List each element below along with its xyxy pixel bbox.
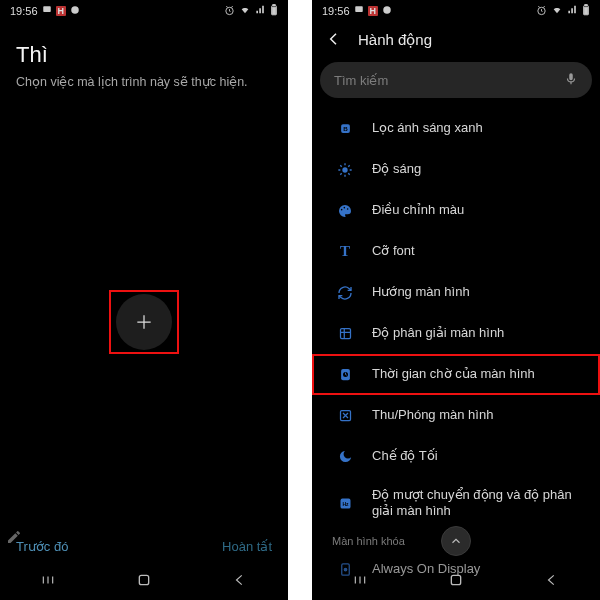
phone-right: 19:56 H Hành [312,0,600,600]
status-time: 19:56 [322,5,350,17]
hz-icon: Hz [334,496,356,511]
list-item-label: Độ sáng [372,161,586,177]
svg-point-15 [342,167,347,172]
brightness-icon [334,162,356,178]
svg-point-16 [341,208,343,210]
wifi-icon [551,5,563,17]
nav-bar [312,560,600,600]
nav-bar [0,560,288,600]
action-resolution[interactable]: Độ phân giải màn hình [312,313,600,354]
notif-badge: H [56,6,67,16]
action-color-adjust[interactable]: Điều chỉnh màu [312,190,600,231]
action-zoom[interactable]: Thu/Phóng màn hình [312,395,600,436]
list-item-label: Độ mượt chuyển động và độ phân giải màn … [372,487,586,520]
action-brightness[interactable]: Độ sáng [312,149,600,190]
svg-rect-19 [340,329,350,339]
moon-icon [334,449,356,464]
nav-recents[interactable] [28,573,68,587]
zoom-icon [334,408,356,423]
add-button-highlight [109,290,179,354]
search-input[interactable]: Tìm kiếm [320,62,592,98]
done-button[interactable]: Hoàn tất [222,539,272,554]
palette-icon [334,203,356,219]
list-item-label: Chế độ Tối [372,448,586,464]
list-item-label: Thời gian chờ của màn hình [372,366,586,382]
svg-point-1 [71,6,79,14]
battery-icon [270,4,278,18]
svg-rect-4 [273,5,275,6]
header: Hành động [312,22,600,58]
svg-rect-12 [584,8,588,15]
svg-rect-0 [43,6,51,12]
svg-rect-6 [139,575,148,584]
action-list: B Lọc ánh sáng xanh Độ sáng Điều chỉnh m… [312,108,600,590]
resolution-icon [334,326,356,341]
svg-point-18 [347,208,349,210]
notif-icon-2 [382,5,392,17]
action-motion-smoothness[interactable]: Hz Độ mượt chuyển động và độ phân giải m… [312,477,600,529]
search-placeholder: Tìm kiếm [334,73,388,88]
mic-icon[interactable] [564,72,578,89]
svg-rect-27 [451,575,460,584]
list-item-label: Lọc ánh sáng xanh [372,120,586,136]
alarm-icon [224,5,235,18]
header-title: Hành động [358,31,432,49]
nav-home[interactable] [124,572,164,588]
list-item-label: Độ phân giải màn hình [372,325,586,341]
nav-home[interactable] [436,572,476,588]
notif-icon-2 [70,5,80,17]
signal-icon [255,5,266,17]
scroll-top-button[interactable] [441,526,471,556]
blue-light-icon: B [334,121,356,136]
page-title: Thì [16,42,272,68]
svg-text:B: B [343,125,348,132]
timer-icon [334,367,356,382]
list-item-label: Thu/Phóng màn hình [372,407,586,423]
svg-rect-11 [585,5,587,6]
page-subtitle: Chọn việc mà lịch trình này sẽ thực hiện… [16,74,272,92]
signal-icon [567,5,578,17]
svg-rect-5 [272,8,276,15]
list-item-label: Điều chỉnh màu [372,202,586,218]
wifi-icon [239,5,251,17]
list-item-label: Cỡ font [372,243,586,259]
phone-left: 19:56 H Thì Chọn việc mà l [0,0,288,600]
status-bar: 19:56 H [0,0,288,22]
action-screen-timeout[interactable]: Thời gian chờ của màn hình [312,354,600,395]
previous-button[interactable]: Trước đó [16,539,68,554]
status-bar: 19:56 H [312,0,600,22]
action-dark-mode[interactable]: Chế độ Tối [312,436,600,477]
action-font-size[interactable]: T Cỡ font [312,231,600,272]
notif-icon [354,5,364,17]
alarm-icon [536,5,547,18]
battery-icon [582,4,590,18]
nav-recents[interactable] [340,573,380,587]
status-time: 19:56 [10,5,38,17]
svg-point-8 [383,6,391,14]
back-button[interactable] [326,31,342,50]
action-blue-light-filter[interactable]: B Lọc ánh sáng xanh [312,108,600,149]
nav-back[interactable] [532,573,572,587]
add-action-button[interactable] [116,294,172,350]
svg-rect-7 [355,6,363,12]
action-orientation[interactable]: Hướng màn hình [312,272,600,313]
notif-badge: H [368,6,379,16]
notif-icon [42,5,52,17]
nav-back[interactable] [220,573,260,587]
list-item-label: Hướng màn hình [372,284,586,300]
svg-text:Hz: Hz [342,501,349,507]
svg-point-17 [344,206,346,208]
rotate-icon [334,285,356,301]
font-icon: T [334,243,356,260]
